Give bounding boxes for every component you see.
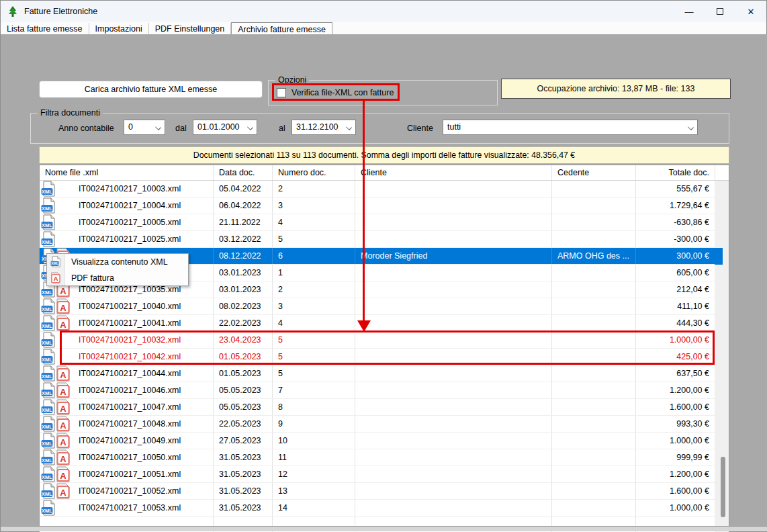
cell-nome-file[interactable]: XML AIT00247100217_10046.xml bbox=[40, 382, 214, 398]
cell-cliente[interactable] bbox=[355, 298, 552, 314]
table-row[interactable]: XML AIT00247100217_10050.xml31.05.202311… bbox=[40, 449, 729, 466]
cell-numero-doc[interactable]: 9 bbox=[273, 416, 355, 432]
cell-data-doc[interactable]: 01.05.2023 bbox=[214, 365, 273, 382]
cell-totale-doc[interactable]: 1.600,00 € bbox=[636, 483, 715, 499]
cell-data-doc[interactable]: 31.05.2023 bbox=[214, 500, 273, 516]
table-row[interactable]: XMLIT00247100217_10003.xml05.04.20222555… bbox=[40, 181, 729, 197]
cell-totale-doc[interactable]: 1.200,00 € bbox=[636, 382, 715, 398]
cell-numero-doc[interactable]: 11 bbox=[273, 449, 355, 466]
cell-numero-doc[interactable]: 8 bbox=[273, 399, 355, 415]
cell-nome-file[interactable]: XML AIT00247100217_10049.xml bbox=[40, 433, 214, 449]
cell-numero-doc[interactable]: 14 bbox=[273, 500, 355, 516]
load-archive-button[interactable]: Carica archivio fatture XML emesse bbox=[39, 81, 263, 98]
cell-totale-doc[interactable]: 411,10 € bbox=[636, 298, 715, 314]
cell-totale-doc[interactable]: 212,04 € bbox=[636, 281, 715, 298]
table-row[interactable]: XML AIT00247100217_10040.xml08.02.202334… bbox=[40, 298, 729, 315]
cell-numero-doc[interactable]: 4 bbox=[273, 214, 355, 230]
cell-nome-file[interactable]: XMLIT00247100217_10042.xml bbox=[40, 349, 214, 365]
column-header-totale-doc[interactable]: Totale doc. bbox=[636, 165, 715, 180]
table-row[interactable]: XMLIT00247100217_10042.xml01.05.20235425… bbox=[40, 349, 729, 365]
column-header-data-doc[interactable]: Data doc. bbox=[214, 165, 273, 180]
cell-numero-doc[interactable]: 5 bbox=[273, 231, 355, 247]
cell-totale-doc[interactable]: 1.000,00 € bbox=[636, 332, 715, 348]
cell-cedente[interactable] bbox=[552, 332, 636, 348]
cell-cedente[interactable] bbox=[552, 315, 636, 331]
cell-totale-doc[interactable]: 1.000,00 € bbox=[636, 433, 715, 449]
cell-cliente[interactable] bbox=[355, 315, 552, 331]
cell-cliente[interactable] bbox=[355, 449, 552, 466]
cell-data-doc[interactable]: 23.04.2023 bbox=[214, 332, 273, 348]
cell-totale-doc[interactable]: 555,67 € bbox=[636, 181, 715, 197]
table-row[interactable]: XMLIT00247100217_10032.xml23.04.202351.0… bbox=[40, 332, 729, 349]
cell-cedente[interactable]: ARMO OHG des ... bbox=[552, 248, 636, 264]
table-row[interactable]: XMLIT00247100217_10053.xml31.05.2023141.… bbox=[40, 500, 729, 517]
cell-cliente[interactable] bbox=[355, 231, 552, 247]
cell-cliente[interactable] bbox=[355, 433, 552, 449]
cell-cedente[interactable] bbox=[552, 231, 636, 247]
cell-totale-doc[interactable]: 300,00 € bbox=[636, 248, 715, 264]
table-row[interactable]: XML AIT00247100217_10044.xml01.05.202356… bbox=[40, 365, 729, 382]
table-row[interactable]: XML AIT00247100217_10046.xml05.05.202371… bbox=[40, 382, 729, 399]
cell-cliente[interactable] bbox=[355, 349, 552, 365]
verify-xml-checkbox[interactable] bbox=[277, 88, 286, 97]
cell-cliente[interactable] bbox=[355, 483, 552, 499]
column-header-cliente[interactable]: Cliente bbox=[355, 165, 552, 180]
date-from-select[interactable]: 01.01.2000 bbox=[193, 120, 257, 135]
cell-cliente[interactable] bbox=[355, 416, 552, 432]
table-row[interactable]: XML AIT00247100217_10051.xml31.05.202312… bbox=[40, 466, 729, 483]
tab-pdf-einstellungen[interactable]: PDF Einstellungen bbox=[149, 23, 232, 34]
cell-cedente[interactable] bbox=[552, 483, 636, 499]
cell-numero-doc[interactable]: 10 bbox=[273, 433, 355, 449]
cell-totale-doc[interactable]: 425,00 € bbox=[636, 349, 715, 365]
cell-totale-doc[interactable]: 1.200,00 € bbox=[636, 466, 715, 482]
cell-nome-file[interactable]: XMLIT00247100217_10025.xml bbox=[40, 231, 214, 247]
menu-item-visualizza-contenuto-xml[interactable]: XML Visualizza contenuto XML bbox=[47, 254, 188, 270]
tab-impostazioni[interactable]: Impostazioni bbox=[89, 23, 149, 34]
column-header-cedente[interactable]: Cedente bbox=[552, 165, 636, 180]
cell-data-doc[interactable]: 05.04.2022 bbox=[214, 181, 273, 197]
cliente-select[interactable]: tutti bbox=[443, 120, 698, 135]
cell-numero-doc[interactable]: 3 bbox=[273, 298, 355, 314]
cell-cliente[interactable] bbox=[355, 265, 552, 281]
cell-cliente[interactable] bbox=[355, 181, 552, 197]
cell-totale-doc[interactable]: 993,30 € bbox=[636, 416, 715, 432]
cell-numero-doc[interactable]: 12 bbox=[273, 466, 355, 482]
cell-numero-doc[interactable]: 5 bbox=[273, 332, 355, 348]
cell-data-doc[interactable]: 05.05.2023 bbox=[214, 399, 273, 415]
table-row[interactable]: XMLIT00247100217_10025.xml03.12.20225-30… bbox=[40, 231, 729, 248]
cell-data-doc[interactable]: 08.12.2022 bbox=[214, 248, 273, 264]
cell-nome-file[interactable]: XML AIT00247100217_10041.xml bbox=[40, 315, 214, 331]
cell-numero-doc[interactable]: 4 bbox=[273, 315, 355, 331]
cell-cliente[interactable] bbox=[355, 466, 552, 482]
tab-archivio-fatture-emesse[interactable]: Archivio fatture emesse bbox=[231, 22, 332, 35]
cell-cedente[interactable] bbox=[552, 281, 636, 298]
cell-data-doc[interactable]: 08.02.2023 bbox=[214, 298, 273, 314]
cell-totale-doc[interactable]: 1.729,64 € bbox=[636, 197, 715, 214]
menu-item-pdf-fattura[interactable]: A PDF fattura bbox=[47, 270, 188, 286]
cell-cliente[interactable] bbox=[355, 197, 552, 214]
cell-cedente[interactable] bbox=[552, 197, 636, 214]
cell-cedente[interactable] bbox=[552, 433, 636, 449]
cell-totale-doc[interactable]: 1.600,00 € bbox=[636, 399, 715, 415]
date-to-select[interactable]: 31.12.2100 bbox=[291, 120, 356, 135]
cell-nome-file[interactable]: XML AIT00247100217_10040.xml bbox=[40, 298, 214, 314]
cell-data-doc[interactable]: 27.05.2023 bbox=[214, 433, 273, 449]
cell-numero-doc[interactable]: 6 bbox=[273, 248, 355, 264]
tab-lista-fatture-emesse[interactable]: Lista fatture emesse bbox=[1, 23, 89, 34]
cell-cedente[interactable] bbox=[552, 449, 636, 466]
cell-data-doc[interactable]: 01.05.2023 bbox=[214, 349, 273, 365]
cell-cedente[interactable] bbox=[552, 349, 636, 365]
cell-totale-doc[interactable]: 1.000,00 € bbox=[636, 500, 715, 516]
cell-nome-file[interactable]: XML AIT00247100217_10047.xml bbox=[40, 399, 214, 415]
cell-totale-doc[interactable]: -300,00 € bbox=[636, 231, 715, 247]
cell-cedente[interactable] bbox=[552, 500, 636, 516]
cell-cedente[interactable] bbox=[552, 382, 636, 398]
cell-data-doc[interactable]: 03.01.2023 bbox=[214, 265, 273, 281]
cell-totale-doc[interactable]: 637,50 € bbox=[636, 365, 715, 382]
column-header-numero-doc[interactable]: Numero doc. bbox=[273, 165, 355, 180]
cell-cliente[interactable] bbox=[355, 399, 552, 415]
cell-numero-doc[interactable]: 2 bbox=[273, 281, 355, 298]
table-row[interactable]: XMLIT00247100217_10004.xml06.04.202231.7… bbox=[40, 197, 729, 214]
cell-numero-doc[interactable]: 3 bbox=[273, 197, 355, 214]
cell-data-doc[interactable]: 22.05.2023 bbox=[214, 416, 273, 432]
